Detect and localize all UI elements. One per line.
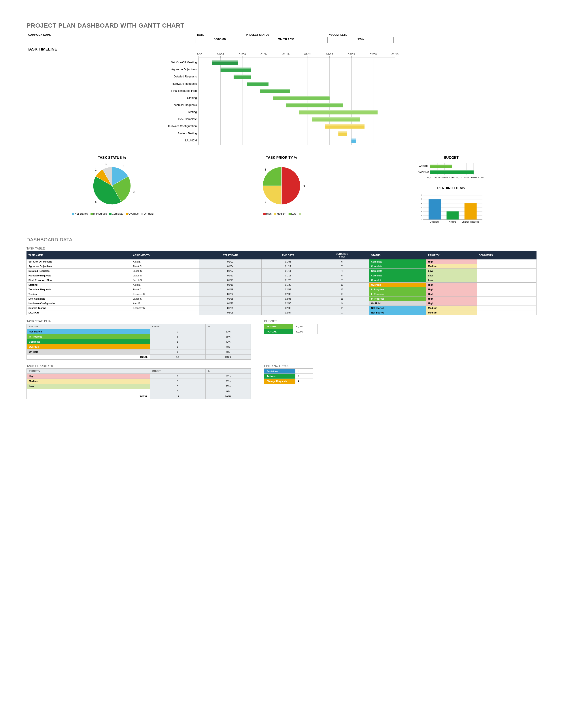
pending-title: PENDING ITEMS [366, 186, 537, 190]
svg-text:5: 5 [421, 198, 422, 200]
svg-text:Change Requests: Change Requests [462, 221, 480, 223]
table-row: StaffingAlex B.01/1601/2913OverdueHigh [27, 283, 537, 287]
svg-text:4: 4 [421, 202, 422, 205]
status-table-title: TASK STATUS % [26, 319, 251, 323]
svg-text:LAUNCH: LAUNCH [185, 139, 197, 142]
pct-value: 72% [328, 37, 394, 43]
task-priority-pie: 633 [255, 161, 308, 210]
svg-text:Technical Requests: Technical Requests [172, 103, 197, 107]
date-value[interactable]: 00/00/00 [195, 37, 244, 43]
status-legend: Not Started In Progress Complete Overdue… [26, 212, 197, 215]
svg-rect-118 [465, 203, 477, 220]
status-pie-title: TASK STATUS % [26, 156, 197, 160]
campaign-label: CAMPAIGN NAME [26, 32, 195, 37]
svg-rect-48 [273, 96, 330, 97]
pending-chart: 0123456DecisionsActionsChange Requests [418, 192, 484, 225]
svg-text:30,000: 30,000 [434, 176, 441, 178]
table-row: LAUNCH02/0302/041Not StartedMedium [27, 310, 537, 315]
svg-text:2: 2 [122, 165, 124, 168]
svg-text:1: 1 [95, 168, 97, 171]
svg-text:PLANNED: PLANNED [418, 171, 429, 173]
svg-text:01/19: 01/19 [283, 53, 290, 56]
pct-label: % COMPLETE [328, 32, 394, 37]
svg-rect-45 [260, 89, 290, 90]
task-status-pie: 23511 [83, 161, 141, 210]
table-row: TestingKennedy K.01/2202/0918In Progress… [27, 292, 537, 296]
table-row: Set Kick-Off MeetingAlex B.01/0201/086Co… [27, 259, 537, 264]
svg-rect-60 [325, 124, 365, 126]
status-label: PROJECT STATUS [244, 32, 328, 37]
status-table: STATUSCOUNT%Not Started217%In Progress32… [26, 324, 251, 360]
priority-pie-title: TASK PRIORITY % [204, 156, 359, 160]
svg-text:01/14: 01/14 [260, 53, 267, 56]
svg-text:2: 2 [421, 210, 422, 212]
date-label: DATE [195, 32, 244, 37]
svg-rect-57 [312, 117, 360, 118]
svg-text:90,000: 90,000 [478, 176, 484, 178]
svg-text:Testing: Testing [188, 110, 197, 114]
svg-text:Dev. Complete: Dev. Complete [178, 117, 197, 121]
priority-legend: High Medium Low [204, 212, 359, 215]
svg-text:Set Kick-Off Meeting: Set Kick-Off Meeting [171, 61, 197, 64]
svg-text:System Testing: System Testing [178, 132, 197, 135]
svg-text:01/24: 01/24 [304, 53, 311, 56]
svg-text:Final Resource Plan: Final Resource Plan [171, 89, 197, 92]
svg-rect-42 [246, 82, 268, 83]
svg-text:02/08: 02/08 [370, 53, 377, 56]
svg-rect-114 [429, 199, 441, 220]
svg-rect-54 [299, 110, 378, 111]
svg-text:50,000: 50,000 [449, 176, 455, 178]
svg-text:Actions: Actions [449, 221, 456, 223]
status-value[interactable]: ON TRACK [244, 37, 328, 43]
svg-rect-36 [220, 68, 251, 69]
svg-rect-116 [447, 211, 459, 220]
svg-text:3: 3 [265, 200, 266, 203]
budget-table-title: BUDGET [264, 319, 318, 323]
budget-chart: 20,00030,00040,00050,00060,00070,00080,0… [418, 161, 484, 181]
svg-text:60,000: 60,000 [456, 176, 462, 178]
svg-text:01/04: 01/04 [217, 53, 224, 56]
table-row: Hardware ConfigurationAlex B.01/2802/069… [27, 301, 537, 306]
svg-text:ACTUAL: ACTUAL [419, 165, 429, 167]
table-row: Technical RequestsFrank C.01/1902/0113In… [27, 287, 537, 292]
svg-rect-33 [212, 60, 238, 62]
budget-title: BUDGET [366, 156, 537, 160]
table-row: System TestingKennedy K.01/3102/022Not S… [27, 306, 537, 310]
svg-text:1: 1 [105, 162, 107, 165]
svg-text:3: 3 [265, 168, 266, 171]
svg-text:01/29: 01/29 [326, 53, 333, 56]
svg-text:02/03: 02/03 [348, 53, 355, 56]
svg-text:01/09: 01/09 [239, 53, 246, 56]
svg-text:02/13: 02/13 [392, 53, 399, 56]
svg-text:Decisions: Decisions [430, 221, 439, 223]
priority-table: PRIORITYCOUNT%High650%Medium325%Low325%0… [26, 368, 251, 399]
pending-table-title: PENDING ITEMS [264, 364, 313, 368]
svg-text:0: 0 [421, 218, 422, 221]
pending-table: Decisions5Actions2Change Requests4 [264, 368, 313, 384]
svg-text:12/30: 12/30 [195, 53, 202, 56]
task-table-title: TASK TABLE [26, 247, 537, 250]
svg-text:3: 3 [421, 206, 422, 208]
svg-text:1: 1 [421, 214, 422, 217]
svg-text:6: 6 [421, 194, 422, 196]
campaign-value[interactable] [26, 37, 195, 43]
svg-text:70,000: 70,000 [463, 176, 470, 178]
table-row: Final Resource PlanJacob S.01/1301/207Co… [27, 278, 537, 283]
info-table: CAMPAIGN NAME DATE PROJECT STATUS % COMP… [26, 32, 394, 43]
svg-rect-94 [430, 165, 452, 165]
svg-rect-51 [286, 103, 343, 104]
svg-text:Staffing: Staffing [187, 96, 197, 99]
table-row: Dev. CompleteJacob S.01/2502/0511In Prog… [27, 296, 537, 301]
svg-rect-97 [430, 170, 474, 171]
budget-table: PLANNED80,000ACTUAL50,000 [264, 324, 318, 334]
svg-text:3: 3 [133, 190, 135, 193]
svg-rect-66 [352, 139, 356, 140]
table-row: Detailed RequestsJacob S.01/0701/114Comp… [27, 269, 537, 273]
svg-text:Hardware Configuration: Hardware Configuration [167, 124, 197, 128]
svg-rect-39 [233, 75, 251, 76]
gantt-title: TASK TIMELINE [27, 47, 537, 52]
svg-text:40,000: 40,000 [442, 176, 448, 178]
svg-text:20,000: 20,000 [427, 176, 433, 178]
table-row: Hardware RequestsJacob S.01/1001/155Comp… [27, 273, 537, 278]
gantt-chart: 12/3001/0401/0901/1401/1901/2401/2902/03… [26, 53, 537, 152]
